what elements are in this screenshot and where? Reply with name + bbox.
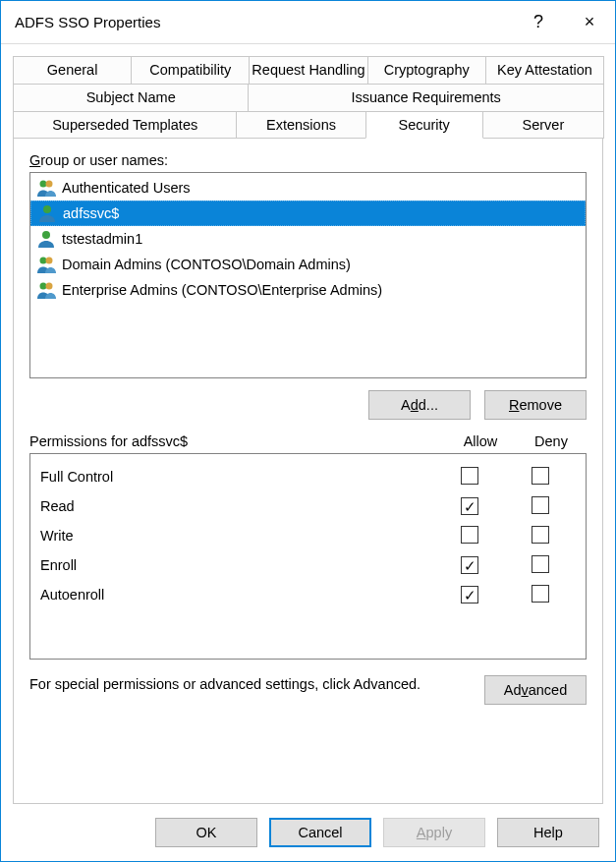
deny-checkbox[interactable] (532, 555, 549, 573)
list-item-label: Domain Admins (CONTOSO\Domain Admins) (62, 257, 351, 272)
permission-row: Autoenroll (40, 580, 576, 609)
list-item[interactable]: adfssvc$ (30, 201, 586, 226)
principals-listbox[interactable]: Authenticated Usersadfssvc$tstestadmin1D… (29, 172, 587, 378)
allow-checkbox[interactable] (461, 556, 478, 574)
permissions-header: Permissions for adfssvc$ Allow Deny (29, 433, 587, 449)
apply-button[interactable]: Apply (383, 818, 485, 847)
tab-extensions[interactable]: Extensions (236, 111, 365, 139)
user-icon (36, 229, 56, 249)
list-item[interactable]: tstestadmin1 (30, 226, 586, 252)
svg-point-4 (40, 258, 47, 264)
tab-superseded-templates[interactable]: Superseded Templates (13, 111, 237, 139)
add-button[interactable]: Add... (368, 390, 471, 420)
list-item-label: Enterprise Admins (CONTOSO\Enterprise Ad… (62, 282, 382, 298)
ok-button[interactable]: OK (155, 818, 257, 847)
deny-checkbox[interactable] (532, 467, 549, 485)
svg-point-5 (46, 258, 53, 264)
tab-request-handling[interactable]: Request Handling (249, 56, 367, 84)
allow-checkbox[interactable] (461, 586, 478, 603)
titlebar: ADFS SSO Properties ? × (1, 1, 615, 44)
tab-compatibility[interactable]: Compatibility (131, 56, 250, 84)
tab-strip: General Compatibility Request Handling C… (13, 56, 603, 139)
col-deny: Deny (516, 433, 587, 449)
permissions-label: Permissions for adfssvc$ (29, 433, 445, 449)
tab-security[interactable]: Security (365, 111, 483, 139)
window-title: ADFS SSO Properties (15, 14, 513, 30)
tab-issuance-requirements[interactable]: Issuance Requirements (248, 84, 604, 111)
permissions-listbox[interactable]: Full ControlReadWriteEnrollAutoenroll (29, 453, 587, 660)
allow-checkbox[interactable] (461, 467, 478, 485)
permission-row: Enroll (40, 550, 576, 580)
tab-page-security: Group or user names: Authenticated Users… (13, 138, 603, 804)
help-button[interactable]: ? (513, 1, 564, 44)
list-item-label: Authenticated Users (62, 180, 191, 196)
list-item[interactable]: Enterprise Admins (CONTOSO\Enterprise Ad… (30, 277, 586, 303)
principal-buttons-row: Add... Remove (29, 390, 587, 420)
svg-point-1 (46, 181, 53, 188)
permission-name: Read (40, 498, 434, 514)
list-item-label: tstestadmin1 (62, 231, 142, 247)
remove-button[interactable]: Remove (484, 390, 587, 420)
list-item[interactable]: Authenticated Users (30, 175, 586, 201)
col-allow: Allow (445, 433, 516, 449)
advanced-row: For special permissions or advanced sett… (29, 675, 587, 705)
client-area: General Compatibility Request Handling C… (1, 44, 615, 804)
group-icon (36, 178, 56, 198)
advanced-button[interactable]: Advanced (484, 675, 587, 705)
svg-point-0 (40, 181, 47, 188)
permission-name: Enroll (40, 557, 434, 573)
permission-name: Autoenroll (40, 587, 434, 603)
permission-row: Write (40, 521, 576, 550)
permission-row: Full Control (40, 462, 576, 491)
allow-checkbox[interactable] (461, 526, 478, 544)
dialog-window: ADFS SSO Properties ? × General Compatib… (0, 0, 616, 862)
tab-server[interactable]: Server (482, 111, 604, 139)
tab-row-3: Superseded Templates Extensions Security… (13, 111, 603, 139)
tab-subject-name[interactable]: Subject Name (13, 84, 249, 111)
svg-point-3 (42, 231, 50, 239)
svg-point-2 (43, 205, 51, 213)
svg-point-7 (46, 283, 53, 290)
help-button-bottom[interactable]: Help (497, 818, 599, 847)
group-icon (36, 280, 56, 300)
permission-name: Full Control (40, 469, 434, 485)
permission-name: Write (40, 528, 434, 544)
deny-checkbox[interactable] (532, 585, 549, 603)
advanced-note: For special permissions or advanced sett… (29, 675, 473, 695)
svg-point-6 (40, 283, 47, 290)
list-item[interactable]: Domain Admins (CONTOSO\Domain Admins) (30, 252, 586, 277)
tab-row-2: Subject Name Issuance Requirements (13, 84, 603, 111)
tab-row-1: General Compatibility Request Handling C… (13, 56, 603, 84)
dialog-button-bar: OK Cancel Apply Help (1, 804, 615, 861)
tab-general[interactable]: General (13, 56, 132, 84)
tab-cryptography[interactable]: Cryptography (367, 56, 486, 84)
deny-checkbox[interactable] (532, 526, 549, 544)
close-button[interactable]: × (564, 1, 615, 44)
list-item-label: adfssvc$ (63, 205, 119, 221)
permission-row: Read (40, 491, 576, 521)
deny-checkbox[interactable] (532, 496, 549, 514)
user-icon (37, 203, 57, 223)
allow-checkbox[interactable] (461, 497, 478, 515)
tab-key-attestation[interactable]: Key Attestation (485, 56, 604, 84)
group-icon (36, 255, 56, 274)
cancel-button[interactable]: Cancel (269, 818, 371, 847)
groups-label: Group or user names: (29, 152, 587, 168)
